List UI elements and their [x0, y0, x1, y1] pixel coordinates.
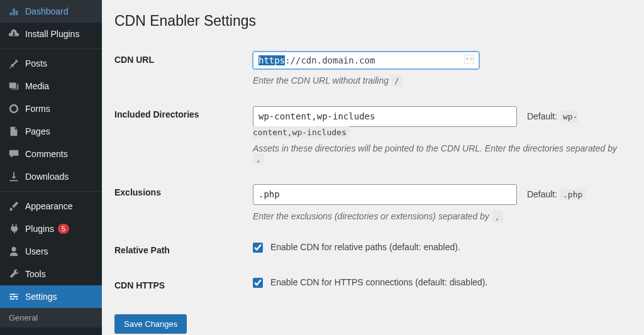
- https-label: CDN HTTPS: [114, 268, 253, 303]
- sidebar-item-tools[interactable]: Tools: [0, 263, 102, 285]
- svg-rect-2: [470, 58, 473, 59]
- comment-icon: [8, 148, 20, 160]
- sidebar-item-label: Appearance: [25, 201, 73, 211]
- settings-content: CDN Enabler Settings CDN URL https://cdn…: [102, 0, 644, 335]
- relative-checkbox[interactable]: [253, 243, 263, 253]
- exclusions-default: Default: .php: [527, 189, 586, 199]
- sidebar-item-label: Pages: [25, 126, 50, 136]
- sidebar-item-media[interactable]: Media: [0, 75, 102, 97]
- wrench-icon: [8, 268, 20, 280]
- sidebar-item-settings[interactable]: Settings: [0, 285, 102, 308]
- included-help: Assets in these directories will be poin…: [253, 143, 625, 163]
- exclusions-help: Enter the exclusions (directories or ext…: [253, 211, 625, 221]
- included-dirs-input[interactable]: [253, 106, 517, 127]
- sidebar-item-dashboard[interactable]: Dashboard: [0, 0, 102, 23]
- user-icon: [8, 245, 20, 258]
- sidebar-item-forms[interactable]: Forms: [0, 97, 102, 120]
- cdn-url-help: Enter the CDN URL without trailing /: [253, 75, 625, 85]
- sidebar-item-install-plugins[interactable]: Install Plugins: [0, 23, 102, 45]
- admin-sidebar: Dashboard Install Plugins Posts Media Fo…: [0, 0, 102, 335]
- https-checkbox-label[interactable]: Enable CDN for HTTPS connections (defaul…: [253, 277, 487, 287]
- sidebar-item-label: Dashboard: [25, 6, 69, 16]
- cdn-url-input[interactable]: https://cdn.domain.com: [253, 52, 479, 69]
- exclusions-input[interactable]: [253, 184, 517, 205]
- plugins-badge: 5: [58, 224, 69, 234]
- svg-point-1: [466, 58, 469, 60]
- brush-icon: [8, 200, 20, 212]
- exclusions-label: Exclusions: [114, 175, 253, 233]
- sidebar-item-label: Downloads: [25, 172, 69, 182]
- settings-icon: [8, 290, 20, 303]
- relative-label: Relative Path: [114, 233, 253, 268]
- sidebar-item-label: Users: [25, 246, 48, 256]
- plug-icon: [8, 222, 20, 235]
- media-icon: [8, 80, 20, 92]
- sidebar-item-label: Tools: [25, 269, 46, 279]
- cdn-url-label: CDN URL: [114, 42, 253, 97]
- sidebar-item-label: Posts: [25, 58, 47, 69]
- sidebar-item-label: Plugins: [25, 224, 54, 234]
- sidebar-item-label: Forms: [25, 104, 50, 114]
- sidebar-submenu-general[interactable]: General: [0, 308, 102, 327]
- sidebar-item-comments[interactable]: Comments: [0, 143, 102, 165]
- dashboard-icon: [8, 5, 20, 18]
- sidebar-item-label: Media: [25, 81, 49, 91]
- submenu-label: General: [9, 313, 38, 322]
- included-label: Included Directories: [114, 97, 253, 175]
- forms-icon: [8, 102, 20, 115]
- page-icon: [8, 125, 20, 138]
- sidebar-item-label: Comments: [25, 149, 68, 159]
- download-icon: [8, 170, 20, 183]
- pin-icon: [8, 57, 20, 70]
- contact-card-icon: [464, 55, 474, 66]
- sidebar-item-pages[interactable]: Pages: [0, 120, 102, 143]
- sidebar-item-posts[interactable]: Posts: [0, 52, 102, 75]
- sidebar-item-label: Settings: [25, 292, 57, 302]
- sidebar-item-downloads[interactable]: Downloads: [0, 165, 102, 188]
- page-title: CDN Enabler Settings: [114, 13, 631, 30]
- sidebar-item-users[interactable]: Users: [0, 240, 102, 263]
- download-icon: [8, 28, 20, 40]
- sidebar-item-appearance[interactable]: Appearance: [0, 195, 102, 217]
- https-checkbox[interactable]: [253, 278, 263, 288]
- svg-rect-3: [470, 60, 473, 61]
- relative-checkbox-label[interactable]: Enable CDN for relative paths (default: …: [253, 242, 460, 252]
- sidebar-item-plugins[interactable]: Plugins 5: [0, 217, 102, 240]
- save-button[interactable]: Save Changes: [114, 314, 187, 334]
- sidebar-item-label: Install Plugins: [25, 29, 79, 39]
